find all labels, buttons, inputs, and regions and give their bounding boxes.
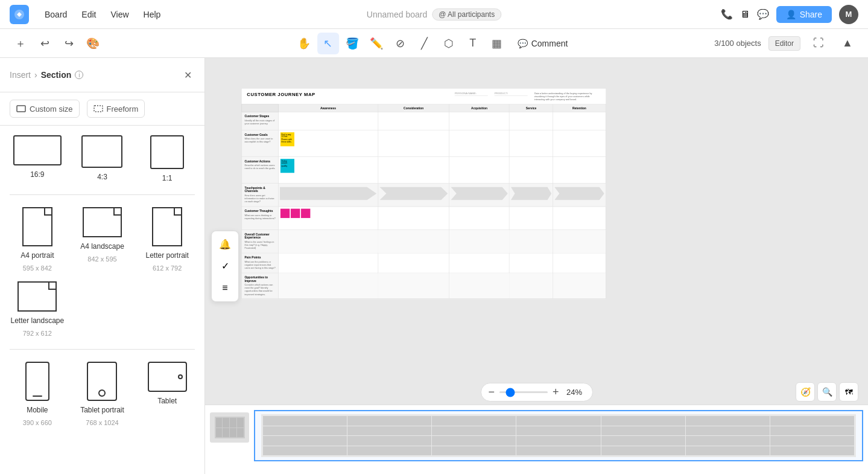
cursor-tool[interactable]: ↖ bbox=[317, 33, 339, 54]
touchpoints-consideration-cell bbox=[378, 184, 449, 207]
notification-icon-button[interactable]: 🔔 bbox=[215, 235, 235, 254]
add-button[interactable]: ＋ bbox=[10, 33, 31, 54]
participants-badge[interactable]: @ All participants bbox=[432, 8, 501, 21]
text-tool[interactable]: T bbox=[462, 33, 484, 54]
pain-acquisition-cell bbox=[449, 253, 510, 273]
shapes-separator-1 bbox=[10, 194, 195, 195]
bottom-tools: 🧭 🔍 🗺 bbox=[796, 382, 858, 402]
minimap-thumbnail[interactable] bbox=[210, 412, 249, 443]
shape-mobile[interactable]: Mobile 390 x 660 bbox=[10, 362, 65, 426]
avatar[interactable]: M bbox=[839, 5, 858, 24]
compass-button[interactable]: 🧭 bbox=[796, 382, 815, 402]
app-logo bbox=[10, 5, 29, 24]
redo-button[interactable]: ↪ bbox=[58, 33, 80, 54]
stages-service-cell bbox=[509, 112, 553, 130]
phone-icon[interactable]: 📞 bbox=[721, 8, 733, 20]
shape-letter-landscape-label: Letter landscape bbox=[10, 316, 64, 325]
thoughts-retention-cell bbox=[553, 207, 606, 230]
canvas-area[interactable]: 🔔 ✓ ≡ CUSTOMER JOURNEY MAP PERSONA NAME:… bbox=[205, 58, 868, 474]
list-icon-button[interactable]: ≡ bbox=[215, 278, 235, 298]
menu-right: 📞 🖥 💬 👤 Share M bbox=[721, 5, 858, 24]
touchpoints-awareness-cell bbox=[278, 184, 378, 207]
monitor-icon[interactable]: 🖥 bbox=[740, 9, 750, 20]
zoom-minus-button[interactable]: − bbox=[488, 386, 495, 399]
map-button[interactable]: 🗺 bbox=[839, 382, 858, 402]
shape-letter-landscape[interactable]: Letter landscape 792 x 612 bbox=[10, 281, 65, 337]
goals-consideration-cell bbox=[378, 130, 449, 157]
left-panel: Insert › Section i ✕ Custom size Freefor… bbox=[0, 58, 205, 474]
menu-board[interactable]: Board bbox=[39, 7, 73, 22]
touchpoints-acquisition-cell bbox=[449, 184, 510, 207]
shapes-tool[interactable]: ⬡ bbox=[438, 33, 460, 54]
zoom-controls: − + 24% bbox=[480, 383, 592, 402]
shape-a4-portrait[interactable]: A4 portrait 595 x 842 bbox=[10, 207, 65, 272]
goals-acquisition-cell bbox=[449, 130, 510, 157]
comment-button[interactable]: 💬 Comment bbox=[510, 35, 575, 52]
breadcrumb-insert[interactable]: Insert bbox=[10, 70, 31, 80]
shape-16-9[interactable]: 16:9 bbox=[10, 135, 65, 182]
shape-1-1[interactable]: 1:1 bbox=[139, 135, 195, 182]
minimap-main[interactable] bbox=[254, 410, 863, 461]
chat-icon[interactable]: 💬 bbox=[757, 8, 769, 20]
shape-4-3[interactable]: 4:3 bbox=[75, 135, 130, 182]
shape-letter-portrait-label: Letter portrait bbox=[145, 251, 188, 260]
stages-awareness-cell bbox=[278, 112, 378, 130]
menu-view[interactable]: View bbox=[104, 7, 135, 22]
undo-button[interactable]: ↩ bbox=[34, 33, 55, 54]
goals-retention-cell bbox=[553, 130, 606, 157]
experience-consideration-cell bbox=[378, 230, 449, 254]
shape-16-9-label: 16:9 bbox=[30, 170, 44, 179]
fullscreen-button[interactable]: ⛶ bbox=[808, 33, 829, 54]
pain-awareness-cell bbox=[278, 253, 378, 273]
shape-a4-landscape-sub: 842 x 595 bbox=[87, 255, 116, 263]
shape-a4-landscape-label: A4 landscape bbox=[80, 242, 124, 251]
shapes-grid-docs: A4 portrait 595 x 842 A4 landscape 842 x… bbox=[0, 197, 204, 347]
jm-persona-label: PERSONA NAME: bbox=[455, 92, 488, 96]
shape-a4-landscape[interactable]: A4 landscape 842 x 595 bbox=[75, 207, 130, 272]
menu-help[interactable]: Help bbox=[138, 7, 167, 22]
board-title: Unnamed board @ All participants bbox=[367, 8, 501, 21]
opp-awareness-cell bbox=[278, 273, 378, 298]
jm-persona-field: PERSONA NAME: bbox=[455, 92, 488, 96]
format-button[interactable]: 🎨 bbox=[82, 33, 104, 54]
actions-awareness-cell: Online search quality bbox=[278, 157, 378, 184]
menu-edit[interactable]: Edit bbox=[75, 7, 102, 22]
jm-title-container: CUSTOMER JOURNEY MAP bbox=[247, 92, 315, 97]
actions-retention-cell bbox=[553, 157, 606, 184]
fill-tool[interactable]: 🪣 bbox=[341, 33, 363, 54]
close-button[interactable]: ✕ bbox=[180, 68, 195, 82]
custom-size-button[interactable]: Custom size bbox=[10, 100, 80, 118]
shape-tablet[interactable]: Tablet bbox=[139, 362, 195, 426]
breadcrumb-arrow: › bbox=[34, 70, 37, 80]
svg-rect-2 bbox=[94, 106, 103, 112]
stage-service: Service bbox=[509, 104, 553, 112]
minimap-area bbox=[205, 405, 868, 474]
collapse-button[interactable]: ▲ bbox=[837, 33, 858, 54]
jm-body: Customer Stages Identify all the main st… bbox=[242, 112, 606, 298]
stages-acquisition-cell bbox=[449, 112, 510, 130]
breadcrumb-section: Section bbox=[41, 70, 72, 80]
zoom-in-button[interactable]: 🔍 bbox=[817, 382, 837, 402]
eraser-tool[interactable]: ⊘ bbox=[390, 33, 411, 54]
jm-title: CUSTOMER JOURNEY MAP bbox=[247, 92, 315, 97]
row-header-actions: Customer Actions Describe which actions … bbox=[242, 157, 279, 184]
thoughts-awareness-cell bbox=[278, 207, 378, 230]
pen-tool[interactable]: ✏️ bbox=[366, 33, 387, 54]
zoom-plus-button[interactable]: + bbox=[553, 386, 559, 399]
shape-mobile-label: Mobile bbox=[27, 406, 48, 414]
share-button[interactable]: 👤 Share bbox=[776, 6, 832, 23]
pain-points-row: Pain Points What are the problems or neg… bbox=[242, 253, 606, 273]
toolbar-right: 3/100 objects Editor ⛶ ▲ bbox=[714, 33, 858, 54]
shapes-separator-2 bbox=[10, 349, 195, 350]
board-name: Unnamed board bbox=[367, 10, 427, 19]
check-icon-button[interactable]: ✓ bbox=[215, 257, 235, 276]
actions-service-cell bbox=[509, 157, 553, 184]
zoom-slider[interactable] bbox=[499, 391, 548, 393]
thoughts-service-cell bbox=[509, 207, 553, 230]
shape-letter-portrait[interactable]: Letter portrait 612 x 792 bbox=[139, 207, 195, 272]
freeform-button[interactable]: Freeform bbox=[87, 100, 145, 118]
sticky-tool[interactable]: ▦ bbox=[486, 33, 508, 54]
shape-tablet-portrait[interactable]: Tablet portrait 768 x 1024 bbox=[75, 362, 130, 426]
hand-tool[interactable]: ✋ bbox=[293, 33, 315, 54]
line-tool[interactable]: ╱ bbox=[414, 33, 436, 54]
